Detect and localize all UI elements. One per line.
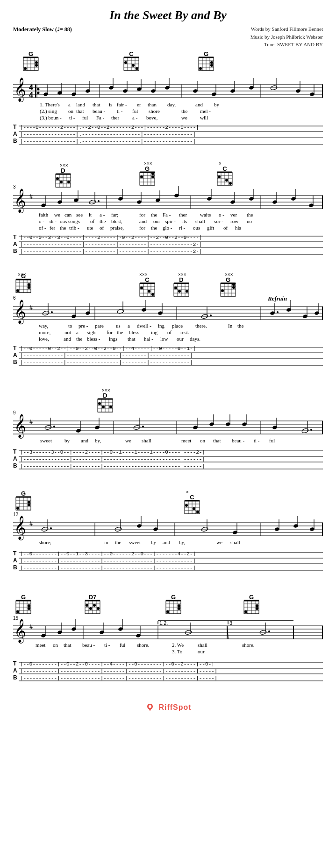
svg-point-590	[178, 607, 180, 610]
page-title: In the Sweet By and By	[13, 8, 323, 22]
svg-text:G: G	[204, 50, 208, 57]
svg-point-636	[268, 630, 270, 632]
svg-text:shall: shall	[230, 539, 240, 545]
svg-text:o -: o -	[219, 212, 224, 217]
svg-text:the: the	[181, 108, 188, 114]
svg-text:#: #	[29, 520, 33, 527]
svg-text:beau -: beau -	[82, 642, 95, 648]
svg-text:ful: ful	[269, 438, 275, 443]
svg-point-334	[51, 311, 53, 313]
svg-point-413	[109, 406, 112, 408]
svg-text:shore.: shore.	[242, 642, 255, 648]
svg-text:the: the	[237, 323, 244, 329]
svg-text:#: #	[29, 304, 33, 311]
svg-text:ti -: ti -	[117, 108, 123, 114]
svg-text:ther: ther	[179, 212, 187, 217]
svg-text:B: B	[13, 674, 17, 681]
music-section-2: 3 ××× D ××× G	[13, 161, 323, 263]
music-section-5: 12 G × C	[13, 489, 323, 582]
svg-point-25	[136, 67, 138, 70]
svg-text:ful: ful	[132, 108, 138, 114]
svg-text:to: to	[68, 323, 72, 329]
svg-point-188	[98, 200, 100, 202]
svg-point-37	[210, 61, 213, 64]
svg-text:𝄞: 𝄞	[14, 300, 26, 324]
svg-text:er: er	[137, 102, 141, 107]
svg-point-303	[174, 287, 177, 289]
svg-text:|-----------|-------------|---: |-----------|-------------|-------------…	[20, 558, 196, 564]
svg-text:A: A	[13, 455, 17, 462]
svg-point-154	[151, 175, 154, 178]
svg-text:pre -: pre -	[79, 323, 88, 329]
svg-text:𝄞: 𝄞	[14, 189, 26, 213]
tempo-label: Moderately Slow (♩= 88)	[13, 26, 72, 33]
svg-text:day,: day,	[167, 102, 176, 107]
svg-text:G: G	[21, 594, 26, 601]
svg-text:we: we	[216, 539, 222, 545]
svg-text:on: on	[200, 438, 206, 443]
svg-text:glo -: glo -	[163, 225, 172, 231]
svg-text:hal -: hal -	[144, 336, 153, 342]
svg-point-483	[28, 504, 30, 506]
svg-text:×: ×	[186, 490, 189, 495]
svg-text:ther: ther	[111, 115, 119, 120]
svg-text:by,: by,	[95, 438, 101, 443]
svg-point-138	[56, 177, 59, 180]
svg-text:D7: D7	[89, 594, 97, 601]
svg-text:C: C	[129, 50, 134, 57]
svg-point-291	[151, 293, 154, 296]
svg-text:beau -: beau -	[93, 108, 106, 114]
svg-text:by: by	[214, 102, 220, 107]
svg-text:that: that	[64, 642, 71, 648]
svg-point-604	[244, 610, 247, 613]
svg-text:B: B	[13, 462, 17, 469]
svg-text:C: C	[190, 494, 194, 501]
svg-text:the: the	[76, 336, 83, 342]
svg-text:the: the	[60, 225, 66, 231]
svg-text:Fa -: Fa -	[96, 115, 105, 120]
svg-text:we: we	[125, 438, 131, 443]
svg-point-140	[67, 181, 70, 183]
svg-text:the: the	[151, 225, 157, 231]
svg-text:for: for	[139, 225, 145, 231]
svg-point-318	[232, 283, 235, 286]
svg-text:meet: meet	[36, 642, 45, 648]
svg-text:pare: pare	[95, 323, 104, 329]
svg-text:days.: days.	[190, 336, 200, 342]
svg-text:row: row	[230, 218, 238, 224]
svg-text:his: his	[235, 225, 241, 231]
svg-point-38	[210, 64, 213, 67]
svg-text:G: G	[249, 594, 254, 601]
svg-text:way,: way,	[39, 323, 49, 329]
svg-point-49	[37, 88, 40, 90]
svg-point-659	[149, 705, 151, 708]
svg-text:ti -: ti -	[254, 438, 260, 443]
svg-point-276	[28, 286, 30, 289]
svg-text:that: that	[213, 438, 221, 443]
svg-text:for: for	[139, 212, 145, 217]
svg-text:T: T	[13, 660, 17, 667]
svg-text:B: B	[13, 248, 17, 254]
svg-text:G: G	[21, 490, 26, 497]
svg-text:blest,: blest,	[111, 218, 122, 224]
svg-text:G: G	[145, 165, 150, 172]
svg-text:bless -: bless -	[87, 336, 100, 342]
svg-text:bless -: bless -	[129, 329, 143, 335]
riffspot-brand: RiffSpot	[158, 703, 191, 712]
svg-text:|-------------|---------------: |-------------|-----------------|-------…	[20, 353, 193, 358]
svg-text:4: 4	[29, 91, 33, 99]
svg-text:will: will	[200, 115, 208, 120]
svg-text:and: and	[64, 336, 71, 342]
svg-text:low: low	[160, 336, 168, 342]
svg-text:shore: shore	[149, 108, 160, 114]
svg-text:the: the	[100, 218, 106, 224]
staff-svg-1: G C	[13, 49, 323, 152]
svg-text:on: on	[53, 642, 58, 648]
svg-text:|-------------|---------------: |-------------|-----------------|-------…	[20, 360, 193, 365]
staff-svg-3: 6 G ××× ××× C	[13, 272, 323, 379]
svg-text:gift: gift	[207, 225, 214, 231]
svg-text:shall: shall	[142, 438, 151, 443]
svg-text:A: A	[13, 352, 17, 358]
svg-text:|---------------|---------|---: |---------------|---------|-------------…	[20, 456, 205, 462]
svg-text:more,: more,	[39, 329, 51, 335]
